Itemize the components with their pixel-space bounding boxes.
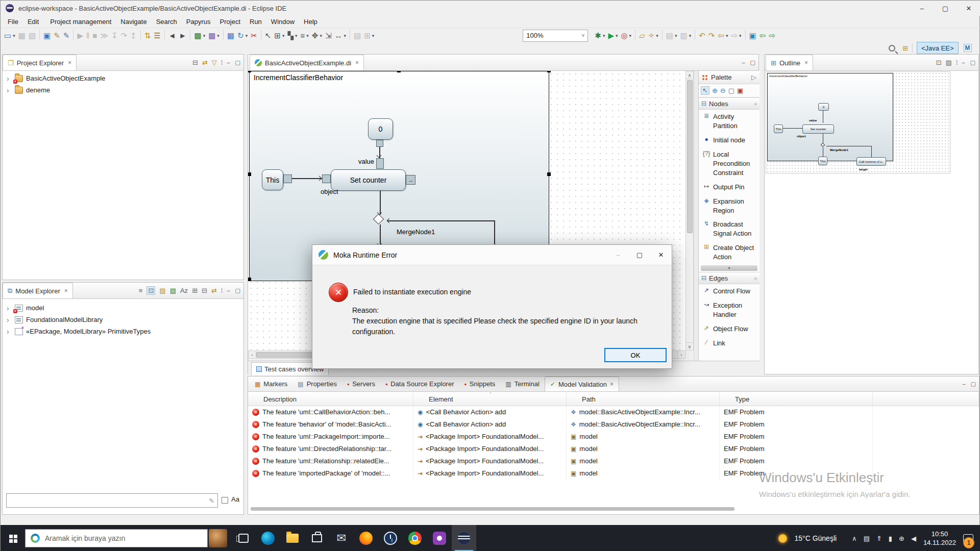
menu-item[interactable]: Navigate [116,17,151,27]
output-pin[interactable] [376,140,383,147]
toolbar-button[interactable]: ↧ [110,30,119,42]
node-this-1[interactable]: This [262,169,283,190]
view-toolbar-icon[interactable]: Az [180,287,188,294]
palette-item[interactable]: ↯Broadcast Signal Action [699,217,760,241]
toolbar-button[interactable]: ⇨ [767,30,777,42]
table-horizontal-scrollbar[interactable] [251,507,734,511]
toolbar-button[interactable]: ⇦ [716,30,729,42]
outline-thumbnail[interactable]: IncrementClassifierBehavior 0 value Set … [766,71,950,173]
palette-collapse-icon[interactable]: ▷ [751,73,756,81]
pin-label-value[interactable]: value [348,158,374,165]
taskbar-app-button[interactable] [427,525,452,551]
palette-splitter[interactable] [694,71,698,361]
menu-item[interactable]: Window [267,17,299,27]
drawer-pin-icon[interactable]: « [754,101,757,107]
view-toolbar-icon[interactable]: ▧ [170,287,176,294]
toolbar-button[interactable]: ◄ [167,30,178,42]
palette-header[interactable]: Palette ▷ [699,71,760,84]
tree-item[interactable]: ›FoundationalModelLibrary [3,314,243,325]
selection-handle[interactable] [248,172,251,176]
bottom-view-tab[interactable]: Data Source Explorer× [380,377,459,391]
problem-row[interactable]: The feature 'uml::PackageImport::importe… [248,431,979,443]
bottom-view-tab[interactable]: Properties× [292,377,342,391]
taskbar-app-button[interactable] [305,525,329,551]
view-toolbar-icon[interactable]: ⊡ [936,59,942,66]
toolbar-button[interactable]: ▣ [42,30,52,42]
toolbar-button[interactable]: ↶ [697,30,707,42]
toolbar-button[interactable] [190,30,190,40]
search-highlight-icon[interactable] [209,529,227,547]
close-icon[interactable]: × [64,287,68,294]
toolbar-button[interactable]: ⊞ [273,30,286,42]
close-icon[interactable]: × [68,59,71,66]
dialog-minimize-button[interactable]: – [607,245,629,265]
vertical-scrollbar[interactable] [685,79,694,342]
toolbar-button[interactable]: ■ [91,30,99,42]
toolbar-button[interactable]: ▱ [638,30,647,42]
toolbar-button[interactable] [695,30,695,40]
view-toolbar-icon[interactable]: ⊕ [712,87,718,94]
taskbar-app-button[interactable] [403,525,427,551]
view-toolbar-icon[interactable]: ▽ [212,59,217,66]
tray-icon[interactable]: ∧ [852,535,857,542]
toolbar-button[interactable]: ⇅ [143,30,153,42]
toolbar-button[interactable]: ▤ [352,30,362,42]
output-pin-arrow[interactable]: → [406,175,415,185]
output-pin-this[interactable] [283,174,292,183]
view-toolbar-icon[interactable]: ⊖ [720,87,726,94]
close-icon[interactable]: × [610,381,614,388]
minimize-editor-button[interactable]: – [742,59,745,66]
tab-model-explorer[interactable]: Model Explorer × [3,283,73,298]
input-pin-object[interactable] [322,174,331,183]
palette-item[interactable]: ↗Control Flow [699,284,760,298]
minimize-view-button[interactable]: – [962,59,965,66]
tab-outline[interactable]: Outline × [766,55,813,70]
maximize-view-button[interactable]: ▢ [970,59,975,66]
palette-drawer-nodes[interactable]: ⊟ Nodes « [699,97,760,110]
perspective-modeling-button[interactable]: M [964,44,972,52]
toolbar-button[interactable]: ↷ [707,30,717,42]
toolbar-button[interactable] [140,30,141,40]
view-toolbar-icon[interactable]: ⁞ [221,59,223,66]
taskbar-app-button[interactable] [378,525,403,551]
view-toolbar-icon[interactable]: ▨ [159,287,165,294]
toolbar-button[interactable]: ✂ [249,30,259,42]
toolbar-button[interactable]: ▚ [286,30,299,42]
perspective-java-ee-button[interactable]: <Java EE> [917,42,959,54]
toolbar-button[interactable]: ‖ [85,30,91,42]
tree-item[interactable]: ›BasicActiveObjectExample [3,72,243,84]
problem-row[interactable]: The feature 'uml::CallBehaviorAction::be… [248,406,979,418]
filter-input[interactable]: ✎ [6,493,218,508]
toolbar-button[interactable] [164,30,165,40]
toolbar-button[interactable]: ✎ [62,30,71,42]
problem-row[interactable]: The feature 'uml::Relationship::relatedE… [248,455,979,467]
column-path[interactable]: Path [567,393,720,406]
bottom-view-tab[interactable]: Servers× [342,377,380,391]
problem-row[interactable]: The feature 'uml::DirectedRelationship::… [248,443,979,455]
expand-chevron-icon[interactable]: › [7,74,12,83]
bottom-view-tab[interactable]: Terminal× [500,377,544,391]
toolbar-button[interactable]: ✎ [52,30,62,42]
toolbar-button[interactable]: ↖ [263,30,273,42]
view-toolbar-icon[interactable]: ⊡ [146,286,155,295]
zoom-level-combo[interactable]: 100%˅ [523,30,588,42]
maximize-view-button[interactable]: ▢ [971,381,976,387]
search-icon[interactable] [889,45,895,52]
minimize-view-button[interactable]: – [227,287,230,294]
view-toolbar-icon[interactable]: ↖ [701,86,709,95]
expand-chevron-icon[interactable]: › [7,316,12,324]
loop-control-flow-edge[interactable] [387,220,494,221]
taskbar-clock[interactable]: 10:50 14.11.2022 [923,530,956,547]
column-type[interactable]: Type [720,393,873,406]
palette-item[interactable]: ⊞Create Object Action [699,241,760,264]
tray-icon[interactable]: ◀ [911,535,916,542]
tray-icon[interactable]: ⇑ [876,535,882,542]
view-toolbar-icon[interactable]: ⇄ [211,287,217,294]
toolbar-button[interactable]: ▤ [665,30,679,42]
menu-item[interactable]: Search [152,17,181,27]
tree-item[interactable]: ›deneme [3,84,243,96]
toolbar-button[interactable] [73,30,74,40]
selection-handle[interactable] [248,71,251,72]
menu-item[interactable]: Help [300,17,322,27]
view-toolbar-icon[interactable]: ⁞ [221,287,223,294]
